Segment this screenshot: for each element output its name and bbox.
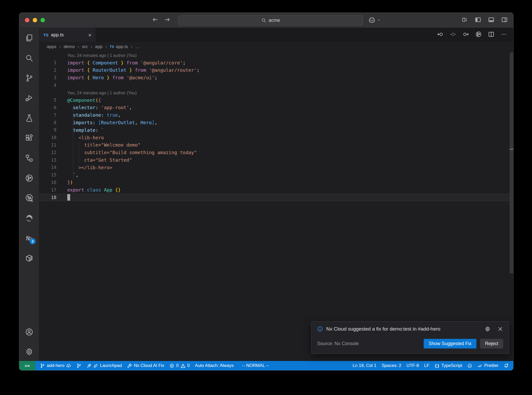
status-git-branch[interactable]: add-hero bbox=[37, 361, 74, 370]
line-number: 11 bbox=[39, 142, 56, 148]
copilot-menu[interactable] bbox=[368, 13, 381, 28]
code-line[interactable]: 17export class App {} bbox=[39, 186, 510, 194]
activity-source-control[interactable] bbox=[25, 74, 33, 82]
status-indentation[interactable]: Spaces: 2 bbox=[379, 361, 404, 370]
code-line[interactable]: 11 title="Welcmoe demo" bbox=[39, 141, 510, 149]
activity-settings[interactable] bbox=[25, 348, 33, 356]
activity-edge-browser[interactable] bbox=[25, 214, 33, 222]
code-line[interactable]: 1import { Component } from '@angular/cor… bbox=[39, 59, 510, 67]
code-line[interactable]: 2import { RouterOutlet } from '@angular/… bbox=[39, 67, 510, 74]
breadcrumb-label: app bbox=[95, 44, 102, 49]
vscode-window: acme N>3 TS app.ts × apps›demo›src›app›T… bbox=[19, 12, 514, 371]
line-number: 8 bbox=[39, 120, 56, 125]
status-eol[interactable]: LF bbox=[422, 361, 432, 370]
code-line[interactable]: 4 bbox=[39, 81, 510, 89]
toggle-secondary-sidebar[interactable] bbox=[501, 17, 508, 24]
code-line[interactable]: 10 <lib-hero bbox=[39, 134, 510, 141]
tab-app-ts[interactable]: TS app.ts × bbox=[39, 28, 96, 42]
blame-row: You, 24 minutes ago | 1 author (You) bbox=[39, 89, 510, 96]
gitlens-forward[interactable] bbox=[463, 31, 469, 38]
code-line[interactable]: 7 standalone: true, bbox=[39, 111, 510, 119]
warning-icon bbox=[181, 363, 185, 368]
toggle-panel[interactable] bbox=[488, 17, 494, 24]
close-icon[interactable]: × bbox=[88, 32, 91, 38]
toggle-primary-sidebar[interactable] bbox=[475, 17, 481, 24]
code-line[interactable]: 8 imports: [RouterOutlet, Hero], bbox=[39, 119, 510, 126]
breadcrumb-label: apps bbox=[47, 44, 56, 49]
code-editor[interactable]: You, 24 minutes ago | 1 author (You)1imp… bbox=[39, 51, 513, 361]
nav-forward-icon bbox=[463, 31, 469, 37]
gitlens-graph[interactable] bbox=[475, 31, 482, 38]
activity-nx-console[interactable]: N>3 bbox=[25, 234, 33, 242]
breadcrumb-item[interactable]: TSapp.ts bbox=[110, 44, 128, 49]
gitlens-icon bbox=[475, 31, 482, 37]
split-editor[interactable] bbox=[488, 31, 494, 38]
indent-guide bbox=[79, 141, 79, 164]
status-vim-mode[interactable]: -- NORMAL -- bbox=[236, 361, 275, 370]
activity-search[interactable] bbox=[25, 54, 33, 62]
status-auto-attach[interactable]: Auto Attach: Always bbox=[192, 361, 236, 370]
activity-testing[interactable] bbox=[25, 114, 33, 122]
line-number: 4 bbox=[39, 83, 56, 88]
code-line[interactable]: 13 cta="Get Started" bbox=[39, 156, 510, 164]
code-line[interactable]: 15 `, bbox=[39, 171, 510, 179]
layout-controls bbox=[462, 13, 508, 28]
line-content: selector: 'app-root', bbox=[67, 105, 132, 110]
history-nav bbox=[152, 13, 170, 28]
reject-button[interactable]: Reject bbox=[480, 339, 503, 348]
close-icon[interactable] bbox=[497, 326, 503, 332]
go-forward[interactable] bbox=[164, 17, 170, 24]
status-notifications[interactable] bbox=[501, 361, 511, 370]
status-encoding[interactable]: UTF-8 bbox=[404, 361, 422, 370]
activity-project-structure[interactable] bbox=[25, 154, 33, 162]
gitlens-back[interactable] bbox=[437, 31, 443, 38]
activity-gitlens[interactable] bbox=[25, 174, 33, 182]
status-nx-cloud-ai-fix[interactable]: Nx Cloud AI Fix bbox=[124, 361, 167, 370]
command-center-search[interactable]: acme bbox=[178, 15, 363, 25]
code-line[interactable]: 9 template: ` bbox=[39, 126, 510, 134]
show-suggested-fix-button[interactable]: Show Suggested Fix bbox=[424, 339, 476, 348]
breadcrumb-item[interactable]: app bbox=[95, 44, 102, 49]
activity-containers[interactable] bbox=[25, 254, 33, 262]
activity-run-and-debug[interactable] bbox=[25, 94, 33, 102]
code-line[interactable]: 18 bbox=[39, 194, 510, 201]
code-line[interactable]: 5@Component({ bbox=[39, 96, 510, 104]
customize-layout[interactable] bbox=[462, 17, 468, 24]
breadcrumb-item[interactable]: apps bbox=[47, 44, 56, 49]
status-language-mode[interactable]: {}TypeScript bbox=[432, 361, 465, 370]
status-label: LF bbox=[424, 363, 429, 368]
breadcrumb-item[interactable]: … bbox=[135, 44, 139, 49]
line-number: 6 bbox=[39, 105, 56, 110]
breadcrumb-item[interactable]: src bbox=[82, 44, 88, 49]
line-content: subtitle="Build something amazing today" bbox=[67, 150, 197, 155]
code-line[interactable]: 6 selector: 'app-root', bbox=[39, 104, 510, 111]
more-actions[interactable] bbox=[501, 31, 507, 38]
line-content: import { Component } from '@angular/core… bbox=[67, 60, 185, 65]
gitlens-current[interactable] bbox=[450, 31, 456, 38]
activity-extensions[interactable] bbox=[25, 134, 33, 142]
close-button[interactable] bbox=[25, 18, 29, 22]
activity-git-history[interactable] bbox=[25, 194, 33, 202]
code-line[interactable]: 3import { Hero } from '@acme/ui'; bbox=[39, 74, 510, 81]
status-problems[interactable]: 00 bbox=[167, 361, 192, 370]
status-copilot-status[interactable] bbox=[465, 361, 475, 370]
go-back[interactable] bbox=[152, 17, 158, 24]
status-git-graph[interactable] bbox=[74, 361, 84, 370]
code-line[interactable]: 16}) bbox=[39, 179, 510, 186]
code-line[interactable]: 14 ></lib-hero> bbox=[39, 164, 510, 171]
code-line[interactable]: 12 subtitle="Build something amazing tod… bbox=[39, 149, 510, 156]
scrollbar-slider[interactable] bbox=[510, 52, 513, 273]
zoom-button[interactable] bbox=[41, 18, 45, 22]
run-debug-icon bbox=[25, 94, 33, 102]
status-formatter-prettier[interactable]: Prettier bbox=[475, 361, 501, 370]
minimize-button[interactable] bbox=[33, 18, 37, 22]
testing-icon bbox=[25, 114, 33, 122]
status-remote-indicator[interactable]: >< bbox=[19, 361, 35, 370]
breadcrumb-item[interactable]: demo bbox=[64, 44, 75, 49]
activity-explorer[interactable] bbox=[25, 34, 33, 42]
containers-icon bbox=[25, 254, 33, 262]
activity-accounts[interactable] bbox=[25, 328, 33, 336]
gear-icon[interactable] bbox=[485, 326, 490, 332]
status-launchpad[interactable]: Launchpad bbox=[84, 361, 124, 370]
status-cursor-position[interactable]: Ln 18, Col 1 bbox=[350, 361, 379, 370]
